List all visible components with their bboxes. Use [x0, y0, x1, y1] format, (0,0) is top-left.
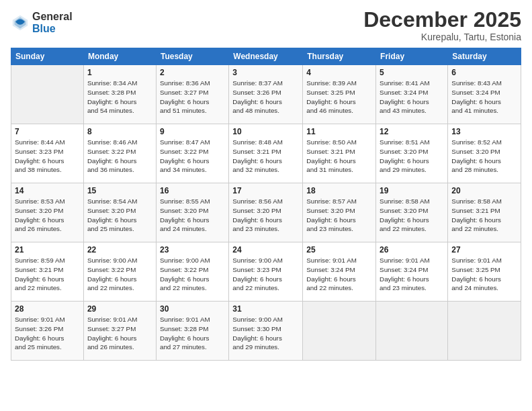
day-number: 15	[87, 186, 152, 195]
calendar-week-3: 21Sunrise: 8:59 AM Sunset: 3:21 PM Dayli…	[11, 242, 521, 302]
day-number: 3	[232, 68, 299, 77]
day-number: 25	[306, 245, 372, 255]
location: Kurepalu, Tartu, Estonia	[363, 32, 521, 42]
calendar-cell: 9Sunrise: 8:47 AM Sunset: 3:22 PM Daylig…	[156, 124, 228, 183]
calendar-cell	[303, 302, 376, 361]
calendar-cell: 22Sunrise: 9:00 AM Sunset: 3:22 PM Dayli…	[83, 242, 156, 302]
day-info: Sunrise: 8:58 AM Sunset: 3:21 PM Dayligh…	[451, 197, 517, 234]
day-number: 5	[380, 68, 444, 77]
day-number: 31	[232, 304, 299, 314]
calendar-cell: 19Sunrise: 8:58 AM Sunset: 3:20 PM Dayli…	[376, 183, 448, 242]
day-number: 29	[87, 304, 152, 314]
day-number: 26	[380, 245, 444, 255]
day-info: Sunrise: 9:01 AM Sunset: 3:26 PM Dayligh…	[15, 315, 80, 352]
day-info: Sunrise: 8:43 AM Sunset: 3:24 PM Dayligh…	[451, 79, 517, 116]
calendar-cell: 12Sunrise: 8:51 AM Sunset: 3:20 PM Dayli…	[376, 124, 448, 183]
calendar-cell: 4Sunrise: 8:39 AM Sunset: 3:25 PM Daylig…	[303, 65, 376, 124]
day-number: 21	[15, 245, 80, 255]
day-info: Sunrise: 8:39 AM Sunset: 3:25 PM Dayligh…	[306, 79, 372, 116]
calendar-cell: 26Sunrise: 9:01 AM Sunset: 3:24 PM Dayli…	[376, 242, 448, 302]
day-info: Sunrise: 9:01 AM Sunset: 3:24 PM Dayligh…	[306, 256, 372, 293]
day-number: 7	[15, 127, 80, 136]
day-number: 16	[160, 186, 225, 195]
day-number: 28	[15, 304, 80, 314]
calendar-cell: 6Sunrise: 8:43 AM Sunset: 3:24 PM Daylig…	[448, 65, 521, 124]
calendar-cell: 14Sunrise: 8:53 AM Sunset: 3:20 PM Dayli…	[11, 183, 84, 242]
day-number: 11	[306, 127, 372, 136]
calendar-cell: 5Sunrise: 8:41 AM Sunset: 3:24 PM Daylig…	[376, 65, 448, 124]
month-title: December 2025	[363, 8, 521, 32]
day-number: 14	[15, 186, 80, 195]
logo: General Blue	[11, 11, 73, 34]
calendar-cell: 21Sunrise: 8:59 AM Sunset: 3:21 PM Dayli…	[11, 242, 84, 302]
calendar-cell: 31Sunrise: 9:00 AM Sunset: 3:30 PM Dayli…	[229, 302, 303, 361]
col-saturday: Saturday	[448, 48, 521, 65]
day-info: Sunrise: 8:54 AM Sunset: 3:20 PM Dayligh…	[87, 197, 152, 234]
logo-text: General Blue	[32, 11, 73, 34]
calendar-cell: 17Sunrise: 8:56 AM Sunset: 3:20 PM Dayli…	[229, 183, 303, 242]
calendar-cell: 13Sunrise: 8:52 AM Sunset: 3:20 PM Dayli…	[448, 124, 521, 183]
day-info: Sunrise: 9:01 AM Sunset: 3:28 PM Dayligh…	[160, 315, 225, 352]
calendar-cell: 11Sunrise: 8:50 AM Sunset: 3:21 PM Dayli…	[303, 124, 376, 183]
col-wednesday: Wednesday	[229, 48, 303, 65]
calendar-cell: 30Sunrise: 9:01 AM Sunset: 3:28 PM Dayli…	[156, 302, 228, 361]
calendar-cell: 15Sunrise: 8:54 AM Sunset: 3:20 PM Dayli…	[83, 183, 156, 242]
day-info: Sunrise: 8:55 AM Sunset: 3:20 PM Dayligh…	[160, 197, 225, 234]
calendar-cell: 27Sunrise: 9:01 AM Sunset: 3:25 PM Dayli…	[448, 242, 521, 302]
day-info: Sunrise: 8:58 AM Sunset: 3:20 PM Dayligh…	[380, 197, 444, 234]
col-thursday: Thursday	[303, 48, 376, 65]
col-sunday: Sunday	[11, 48, 84, 65]
calendar-cell: 28Sunrise: 9:01 AM Sunset: 3:26 PM Dayli…	[11, 302, 84, 361]
day-info: Sunrise: 8:41 AM Sunset: 3:24 PM Dayligh…	[380, 79, 444, 116]
day-info: Sunrise: 9:00 AM Sunset: 3:30 PM Dayligh…	[232, 315, 299, 352]
calendar-cell: 16Sunrise: 8:55 AM Sunset: 3:20 PM Dayli…	[156, 183, 228, 242]
day-number: 27	[451, 245, 517, 255]
day-info: Sunrise: 8:51 AM Sunset: 3:20 PM Dayligh…	[380, 138, 444, 175]
calendar-cell: 29Sunrise: 9:01 AM Sunset: 3:27 PM Dayli…	[83, 302, 156, 361]
day-number: 9	[160, 127, 225, 136]
header: General Blue December 2025 Kurepalu, Tar…	[11, 8, 521, 42]
day-info: Sunrise: 9:00 AM Sunset: 3:23 PM Dayligh…	[232, 256, 299, 293]
calendar-week-0: 1Sunrise: 8:34 AM Sunset: 3:28 PM Daylig…	[11, 65, 521, 124]
col-tuesday: Tuesday	[156, 48, 228, 65]
day-number: 13	[451, 127, 517, 136]
weekday-row: Sunday Monday Tuesday Wednesday Thursday…	[11, 48, 521, 65]
calendar-week-1: 7Sunrise: 8:44 AM Sunset: 3:23 PM Daylig…	[11, 124, 521, 183]
calendar-cell: 25Sunrise: 9:01 AM Sunset: 3:24 PM Dayli…	[303, 242, 376, 302]
calendar: Sunday Monday Tuesday Wednesday Thursday…	[11, 48, 521, 361]
day-number: 17	[232, 186, 299, 195]
logo-icon	[11, 13, 30, 32]
day-info: Sunrise: 8:53 AM Sunset: 3:20 PM Dayligh…	[15, 197, 80, 234]
day-info: Sunrise: 8:56 AM Sunset: 3:20 PM Dayligh…	[232, 197, 299, 234]
day-info: Sunrise: 9:00 AM Sunset: 3:22 PM Dayligh…	[160, 256, 225, 293]
day-number: 2	[160, 68, 225, 77]
day-number: 10	[232, 127, 299, 136]
calendar-week-2: 14Sunrise: 8:53 AM Sunset: 3:20 PM Dayli…	[11, 183, 521, 242]
calendar-cell	[11, 65, 84, 124]
calendar-cell: 24Sunrise: 9:00 AM Sunset: 3:23 PM Dayli…	[229, 242, 303, 302]
day-info: Sunrise: 8:34 AM Sunset: 3:28 PM Dayligh…	[87, 79, 152, 116]
calendar-cell	[376, 302, 448, 361]
calendar-cell: 1Sunrise: 8:34 AM Sunset: 3:28 PM Daylig…	[83, 65, 156, 124]
day-number: 22	[87, 245, 152, 255]
calendar-cell: 8Sunrise: 8:46 AM Sunset: 3:22 PM Daylig…	[83, 124, 156, 183]
day-number: 1	[87, 68, 152, 77]
day-number: 4	[306, 68, 372, 77]
logo-blue-text: Blue	[32, 23, 73, 35]
calendar-cell: 18Sunrise: 8:57 AM Sunset: 3:20 PM Dayli…	[303, 183, 376, 242]
calendar-cell: 20Sunrise: 8:58 AM Sunset: 3:21 PM Dayli…	[448, 183, 521, 242]
day-info: Sunrise: 8:36 AM Sunset: 3:27 PM Dayligh…	[160, 79, 225, 116]
title-block: December 2025 Kurepalu, Tartu, Estonia	[363, 8, 521, 42]
calendar-cell: 7Sunrise: 8:44 AM Sunset: 3:23 PM Daylig…	[11, 124, 84, 183]
day-info: Sunrise: 8:46 AM Sunset: 3:22 PM Dayligh…	[87, 138, 152, 175]
calendar-cell	[448, 302, 521, 361]
day-info: Sunrise: 9:01 AM Sunset: 3:24 PM Dayligh…	[380, 256, 444, 293]
day-info: Sunrise: 8:57 AM Sunset: 3:20 PM Dayligh…	[306, 197, 372, 234]
day-info: Sunrise: 8:47 AM Sunset: 3:22 PM Dayligh…	[160, 138, 225, 175]
page: General Blue December 2025 Kurepalu, Tar…	[0, 0, 532, 411]
day-number: 20	[451, 186, 517, 195]
day-number: 30	[160, 304, 225, 314]
col-friday: Friday	[376, 48, 448, 65]
day-info: Sunrise: 8:59 AM Sunset: 3:21 PM Dayligh…	[15, 256, 80, 293]
day-info: Sunrise: 9:00 AM Sunset: 3:22 PM Dayligh…	[87, 256, 152, 293]
